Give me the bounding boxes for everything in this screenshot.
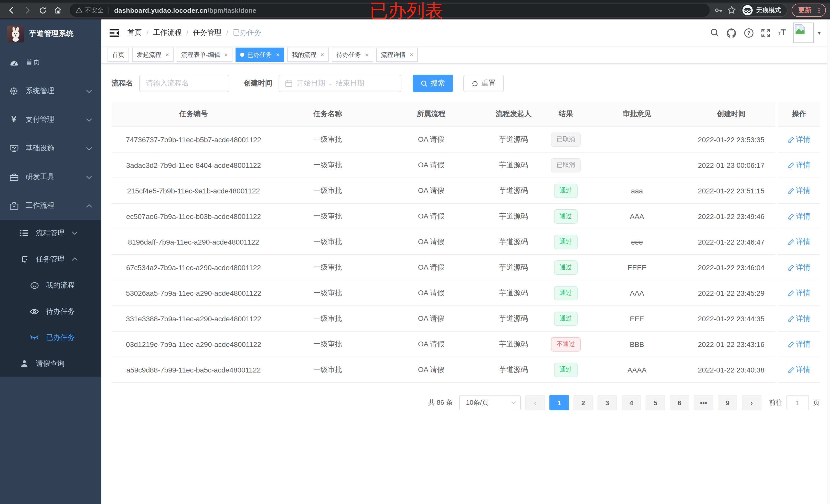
toolbox-icon — [9, 173, 19, 181]
sidebar-item-task-mgmt[interactable]: 任务管理 — [0, 246, 101, 272]
tab-form-edit[interactable]: 流程表单-编辑× — [177, 47, 232, 62]
sidebar-collapse-icon[interactable] — [109, 28, 119, 37]
search-button[interactable]: 搜索 — [413, 75, 453, 92]
prev-page-button[interactable]: ‹ — [525, 395, 545, 410]
breadcrumb-home[interactable]: 首页 — [127, 28, 142, 37]
calendar-icon — [285, 80, 292, 87]
sidebar-item-leave-query[interactable]: 请假查询 — [0, 350, 101, 377]
sidebar-item-infra[interactable]: 基础设施 — [0, 134, 101, 163]
detail-button[interactable]: 详情 — [788, 160, 810, 170]
breadcrumb-workflow[interactable]: 工作流程 — [153, 28, 182, 37]
detail-button[interactable]: 详情 — [788, 314, 810, 323]
bookmark-star-icon[interactable] — [727, 6, 736, 15]
page-ellipsis[interactable]: ••• — [694, 395, 713, 410]
page-button-2[interactable]: 2 — [573, 395, 593, 410]
sidebar-item-system[interactable]: 系统管理 — [0, 77, 101, 105]
fullscreen-icon[interactable] — [761, 28, 770, 38]
table-row: 3adac3d2-7b9d-11ec-8404-acde48001122 一级审… — [111, 152, 820, 178]
page-size-value: 10条/页 — [466, 398, 488, 407]
font-size-icon[interactable]: TT — [777, 28, 786, 38]
cell-create-time: 2022-01-23 00:06:17 — [687, 152, 775, 178]
update-button[interactable]: 更新 ⋮ — [792, 4, 826, 17]
close-icon[interactable]: × — [410, 51, 413, 58]
cell-starter: 芋道源码 — [482, 152, 545, 178]
breadcrumb-task-mgmt[interactable]: 任务管理 — [193, 28, 222, 37]
page-button-4[interactable]: 4 — [621, 395, 641, 410]
sidebar-item-workflow[interactable]: 工作流程 — [0, 191, 101, 220]
back-icon[interactable] — [5, 4, 19, 17]
close-icon[interactable]: × — [224, 51, 228, 58]
breadcrumb: 首页 / 工作流程 / 任务管理 / 已办任务 — [127, 28, 261, 37]
page-button-3[interactable]: 3 — [598, 395, 617, 410]
close-icon[interactable]: × — [165, 51, 169, 58]
reset-button[interactable]: 重置 — [464, 75, 504, 92]
page-button-1[interactable]: 1 — [549, 395, 569, 410]
user-menu[interactable]: ▼ — [793, 23, 822, 43]
main-area: 首页 / 工作流程 / 任务管理 / 已办任务 ? TT — [101, 20, 830, 504]
detail-button[interactable]: 详情 — [788, 211, 810, 221]
cell-task-name: 一级审批 — [276, 127, 380, 152]
detail-button[interactable]: 详情 — [788, 186, 810, 195]
detail-label: 详情 — [796, 365, 810, 374]
col-starter: 流程发起人 — [482, 102, 545, 127]
detail-button[interactable]: 详情 — [788, 237, 810, 246]
sidebar-item-home[interactable]: 首页 — [0, 48, 101, 77]
tab-label: 我的流程 — [292, 51, 316, 59]
briefcase-icon — [9, 202, 19, 209]
start-date-placeholder: 开始日期 — [296, 79, 325, 88]
sidebar-item-my-process[interactable]: 我的流程 — [0, 272, 101, 298]
sidebar-item-label: 请假查询 — [36, 359, 65, 368]
reload-icon[interactable] — [36, 4, 49, 17]
close-icon[interactable]: × — [276, 51, 280, 58]
sidebar-item-process-mgmt[interactable]: 流程管理 — [0, 220, 101, 246]
page-button-6[interactable]: 6 — [670, 395, 689, 410]
detail-button[interactable]: 详情 — [788, 339, 810, 349]
home-icon[interactable] — [51, 4, 65, 17]
detail-label: 详情 — [796, 237, 810, 246]
tab-start-process[interactable]: 发起流程× — [132, 47, 173, 62]
tab-process-detail[interactable]: 流程详情× — [376, 47, 418, 62]
cell-starter: 芋道源码 — [482, 280, 545, 306]
github-icon[interactable] — [726, 28, 737, 38]
detail-button[interactable]: 详情 — [788, 135, 810, 144]
close-icon[interactable]: × — [365, 51, 369, 58]
tab-my-process[interactable]: 我的流程× — [287, 47, 329, 62]
tab-todo-tasks[interactable]: 待办任务× — [332, 47, 373, 62]
key-icon[interactable] — [714, 6, 723, 15]
chrome-menu-icon[interactable]: ⋮ — [816, 6, 822, 14]
detail-button[interactable]: 详情 — [788, 288, 810, 298]
chevron-up-icon — [72, 257, 78, 261]
cell-create-time: 2022-01-22 23:40:38 — [687, 357, 775, 382]
date-range-input[interactable]: 开始日期 - 结束日期 — [279, 75, 402, 92]
forward-icon[interactable] — [21, 4, 34, 17]
tab-done-tasks[interactable]: 已办任务× — [235, 47, 284, 62]
page-button-5[interactable]: 5 — [646, 395, 665, 410]
close-icon[interactable]: × — [321, 51, 324, 58]
cell-comment — [587, 127, 687, 152]
cell-task-id: 03d1219e-7b9a-11ec-a290-acde48001122 — [111, 331, 276, 357]
sidebar-item-todo-tasks[interactable]: 待办任务 — [0, 298, 101, 325]
search-icon[interactable] — [710, 28, 719, 37]
sidebar-item-devtools[interactable]: 研发工具 — [0, 163, 101, 191]
status-badge: 不通过 — [551, 337, 581, 351]
tab-home[interactable]: 首页 — [107, 47, 129, 62]
pagination: 共 86 条 10条/页 ‹ 1 2 3 4 5 6 ••• 9 › — [111, 395, 820, 410]
edit-pen-icon — [788, 367, 794, 373]
detail-button[interactable]: 详情 — [788, 365, 810, 374]
app-logo[interactable]: 芋道管理系统 — [0, 20, 101, 48]
sidebar-item-payment[interactable]: ¥ 支付管理 — [0, 105, 101, 134]
goto-suffix: 页 — [813, 398, 820, 407]
page-button-9[interactable]: 9 — [718, 395, 737, 410]
detail-button[interactable]: 详情 — [788, 263, 810, 272]
next-page-button[interactable]: › — [742, 395, 761, 410]
cell-starter: 芋道源码 — [482, 255, 545, 280]
goto-page-input[interactable]: 1 — [787, 395, 809, 410]
process-name-input[interactable]: 请输入流程名 — [139, 75, 229, 92]
sidebar-item-done-tasks[interactable]: 已办任务 — [0, 325, 101, 350]
cell-process: OA 请假 — [380, 203, 482, 229]
scrollbar[interactable] — [827, 20, 830, 504]
incognito-icon — [742, 5, 753, 15]
help-icon[interactable]: ? — [744, 28, 754, 38]
page-size-select[interactable]: 10条/页 — [459, 395, 521, 410]
edit-pen-icon — [788, 290, 794, 296]
